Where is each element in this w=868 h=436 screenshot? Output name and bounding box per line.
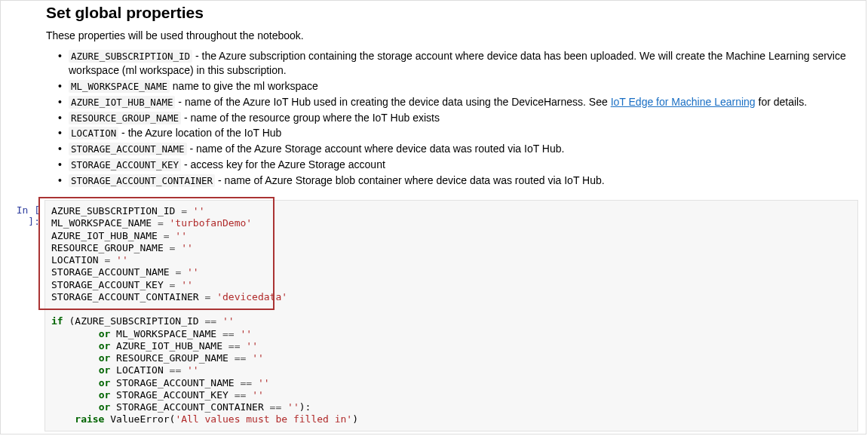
intro-paragraph: These properties will be used throughout… — [46, 29, 851, 41]
property-desc: name to give the ml workspace — [170, 80, 318, 92]
property-code: STORAGE_ACCOUNT_NAME — [69, 143, 187, 155]
property-code: RESOURCE_GROUP_NAME — [69, 112, 181, 124]
property-code: AZURE_SUBSCRIPTION_ID — [69, 50, 192, 63]
property-code: AZURE_IOT_HUB_NAME — [69, 96, 175, 109]
code-input-area[interactable]: AZURE_SUBSCRIPTION_ID = '' ML_WORKSPACE_… — [44, 200, 858, 431]
list-item: RESOURCE_GROUP_NAME - name of the resour… — [69, 111, 851, 125]
list-item: STORAGE_ACCOUNT_NAME - name of the Azure… — [69, 142, 851, 156]
property-desc: - name of the Azure IoT Hub used in crea… — [175, 96, 610, 108]
property-desc: - the Azure location of the IoT Hub — [118, 127, 281, 139]
property-code: ML_WORKSPACE_NAME — [69, 80, 170, 93]
list-item: STORAGE_ACCOUNT_CONTAINER - name of Azur… — [69, 173, 851, 188]
property-list: AZURE_SUBSCRIPTION_ID - the Azure subscr… — [46, 49, 851, 188]
list-item: LOCATION - the Azure location of the IoT… — [69, 126, 851, 140]
list-item: AZURE_SUBSCRIPTION_ID - the Azure subscr… — [69, 49, 851, 78]
list-item: STORAGE_ACCOUNT_KEY - access key for the… — [69, 158, 851, 172]
property-desc: - access key for the Azure Storage accou… — [181, 158, 385, 170]
property-desc-post: for details. — [756, 96, 807, 108]
code-cell[interactable]: In [ ]: AZURE_SUBSCRIPTION_ID = '' ML_WO… — [1, 200, 866, 431]
property-code: STORAGE_ACCOUNT_KEY — [69, 158, 181, 171]
section-heading: Set global properties — [46, 4, 851, 22]
list-item: AZURE_IOT_HUB_NAME - name of the Azure I… — [69, 95, 851, 109]
notebook-container: Set global properties These properties w… — [0, 0, 866, 434]
property-desc: - name of the resource group where the I… — [181, 112, 440, 124]
input-prompt: In [ ]: — [1, 200, 44, 227]
property-desc: - name of the Azure Storage account wher… — [187, 143, 565, 155]
property-code: LOCATION — [69, 127, 118, 140]
list-item: ML_WORKSPACE_NAME name to give the ml wo… — [69, 79, 851, 94]
property-code: STORAGE_ACCOUNT_CONTAINER — [69, 174, 215, 187]
doc-link[interactable]: IoT Edge for Machine Learning — [611, 96, 756, 108]
property-desc: - name of Azure Storage blob container w… — [215, 174, 604, 186]
markdown-cell: Set global properties These properties w… — [1, 1, 866, 188]
